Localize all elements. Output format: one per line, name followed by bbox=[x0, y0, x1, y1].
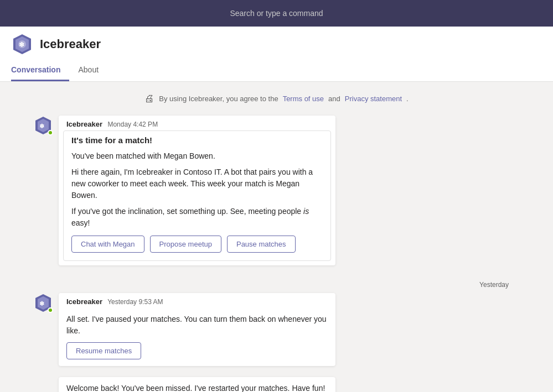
app-icon: ❄ bbox=[11, 33, 33, 55]
bot-avatar-1: ❄ bbox=[33, 116, 53, 135]
printer-icon: 🖨 bbox=[144, 93, 154, 104]
message-card-1: Icebreaker Monday 4:42 PM It's time for … bbox=[59, 116, 335, 265]
online-indicator-2 bbox=[48, 307, 53, 313]
privacy-statement-link[interactable]: Privacy statement bbox=[345, 95, 402, 103]
button-row-2: Resume matches bbox=[59, 342, 335, 366]
message-group-1: ❄ Icebreaker Monday 4:42 PM It's time fo… bbox=[0, 116, 553, 265]
timestamp-2: Yesterday 9:53 AM bbox=[107, 298, 163, 306]
sender-name-2: Icebreaker bbox=[66, 297, 102, 306]
bot-avatar-2: ❄ bbox=[33, 293, 53, 313]
message-meta-2: Icebreaker Yesterday 9:53 AM bbox=[59, 293, 335, 308]
message-body-1: You've been matched with Megan Bowen. Hi… bbox=[71, 150, 323, 229]
online-indicator bbox=[48, 130, 53, 135]
welcome-back-text: Welcome back! You've been missed. I've r… bbox=[66, 384, 325, 392]
tab-about[interactable]: About bbox=[78, 61, 107, 81]
app-header: ❄ Icebreaker Conversation About bbox=[0, 27, 553, 82]
terms-prefix: By using Icebreaker, you agree to the bbox=[159, 95, 278, 103]
svg-text:❄: ❄ bbox=[19, 41, 24, 49]
msg-para-2: Hi there again, I'm Icebreaker in Contos… bbox=[71, 166, 323, 201]
chat-with-megan-button[interactable]: Chat with Megan bbox=[71, 236, 144, 253]
message-inner-1: It's time for a match! You've been match… bbox=[63, 130, 331, 261]
terms-and: and bbox=[328, 95, 340, 103]
tab-bar: Conversation About bbox=[11, 61, 542, 81]
button-row-1: Chat with Megan Propose meetup Pause mat… bbox=[71, 236, 323, 253]
app-title: Icebreaker bbox=[40, 37, 101, 51]
day-separator: Yesterday bbox=[0, 276, 553, 293]
message-card-2: Icebreaker Yesterday 9:53 AM All set. I'… bbox=[59, 293, 335, 366]
message-heading-1: It's time for a match! bbox=[71, 135, 323, 145]
message-group-3: Welcome back! You've been missed. I've r… bbox=[0, 377, 553, 392]
message-text-2: All set. I've paused your matches. You c… bbox=[59, 308, 335, 342]
message-meta-1: Icebreaker Monday 4:42 PM bbox=[59, 116, 335, 130]
svg-text:❄: ❄ bbox=[39, 300, 44, 307]
tab-conversation[interactable]: Conversation bbox=[11, 61, 69, 81]
propose-meetup-button[interactable]: Propose meetup bbox=[150, 236, 221, 253]
timestamp-1: Monday 4:42 PM bbox=[107, 121, 158, 128]
welcome-back-message: Welcome back! You've been missed. I've r… bbox=[59, 377, 335, 392]
message-group-2: ❄ Icebreaker Yesterday 9:53 AM All set. … bbox=[0, 293, 553, 366]
msg-para-3: If you've got the inclination, set somet… bbox=[71, 206, 323, 229]
search-input[interactable] bbox=[194, 9, 360, 18]
terms-bar: 🖨 By using Icebreaker, you agree to the … bbox=[0, 93, 553, 104]
msg-para-1: You've been matched with Megan Bowen. bbox=[71, 150, 323, 162]
svg-text:❄: ❄ bbox=[39, 123, 44, 129]
terms-suffix: . bbox=[406, 95, 409, 103]
pause-matches-button[interactable]: Pause matches bbox=[227, 236, 296, 253]
sender-name-1: Icebreaker bbox=[66, 120, 102, 128]
main-content: 🖨 By using Icebreaker, you agree to the … bbox=[0, 82, 553, 392]
terms-of-use-link[interactable]: Terms of use bbox=[283, 95, 324, 103]
top-search-bar bbox=[0, 0, 553, 27]
resume-matches-button[interactable]: Resume matches bbox=[66, 342, 141, 359]
